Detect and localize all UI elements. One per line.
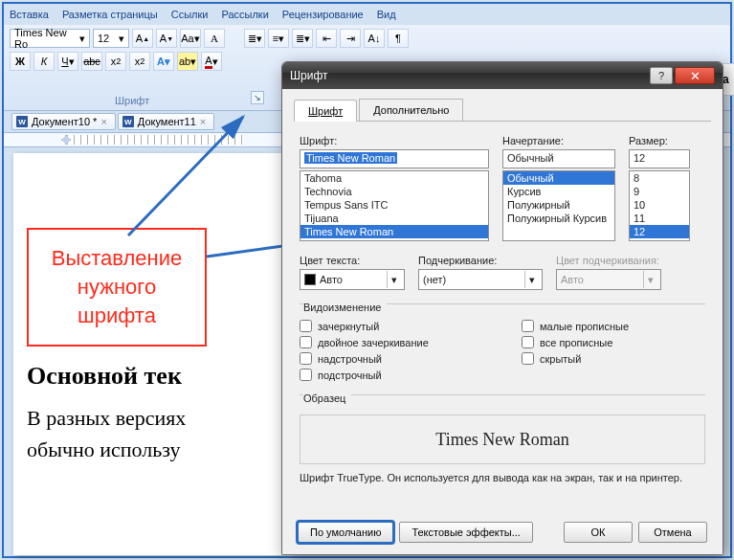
font-label: Шрифт: (300, 135, 489, 146)
font-list-item[interactable]: Technovia (300, 185, 488, 198)
dialog-help-button[interactable]: ? (650, 67, 673, 84)
document-tab-2[interactable]: W Документ11 × (118, 113, 214, 130)
subscript-button[interactable]: x2 (105, 52, 126, 71)
italic-label: К (41, 56, 47, 67)
ribbon-tab-mail[interactable]: Рассылки (221, 9, 268, 20)
size-list-item-selected[interactable]: 12 (630, 225, 689, 238)
style-list-item[interactable]: Полужирный (503, 198, 614, 212)
cancel-button[interactable]: Отмена (638, 522, 707, 543)
doc-paragraph: В разных версиях обычно использу (27, 402, 276, 465)
underline-color-combo: Авто ▾ (556, 269, 661, 290)
font-list-item-selected[interactable]: Times New Roman (300, 225, 488, 238)
pilcrow-button[interactable]: ¶ (388, 29, 409, 48)
strike-label: abc (83, 56, 100, 67)
set-default-button[interactable]: По умолчанию (298, 522, 393, 543)
help-icon: ? (658, 70, 664, 81)
highlighter-icon: ab (179, 56, 190, 67)
chk-super[interactable]: надстрочный (300, 352, 483, 365)
ribbon-tab-review[interactable]: Рецензирование (282, 9, 364, 20)
font-list-item[interactable]: Tahoma (300, 171, 488, 185)
sort-button[interactable]: A↓ (364, 29, 385, 48)
font-dialog: Шрифт ? ✕ Шрифт Дополнительно (281, 61, 723, 555)
size-list-item[interactable]: 11 (630, 212, 689, 225)
chk-hidden[interactable]: скрытый (522, 352, 705, 365)
font-name-input-value: Times New Roman (304, 152, 397, 164)
dialog-title: Шрифт (290, 69, 327, 82)
bullets-button[interactable]: ≣▾ (244, 29, 265, 48)
dialog-tab-font[interactable]: Шрифт (294, 100, 357, 122)
ribbon-tab-layout[interactable]: Разметка страницы (62, 9, 158, 20)
text-effect-button[interactable]: A▾ (153, 52, 174, 71)
ribbon-tab-insert[interactable]: Вставка (10, 9, 49, 20)
doc-heading: Основной тек (27, 362, 182, 391)
font-color-button[interactable]: A▾ (201, 52, 222, 71)
font-size-listbox[interactable]: 8 9 10 11 12 (629, 170, 690, 241)
clear-format-button[interactable]: A (204, 29, 225, 48)
chk-allcaps[interactable]: все прописные (522, 336, 705, 348)
font-name-listbox[interactable]: Tahoma Technovia Tempus Sans ITC Tijuana… (300, 170, 489, 241)
font-list-item[interactable]: Tijuana (300, 212, 488, 225)
chevron-down-icon: ▾ (119, 33, 124, 45)
indent-marker[interactable] (61, 135, 71, 145)
font-name-input[interactable]: Times New Roman (300, 149, 489, 168)
document-tab-1[interactable]: W Документ10 * × (11, 113, 116, 130)
style-list-item[interactable]: Полужирный Курсив (503, 212, 614, 225)
document-tab-1-label: Документ10 * (32, 116, 97, 127)
grow-font-button[interactable]: A▲ (132, 29, 153, 48)
multilevel-button[interactable]: ≣▾ (292, 29, 313, 48)
callout-text: Выставление нужного шрифта (52, 244, 182, 329)
numbering-button[interactable]: ≡▾ (268, 29, 289, 48)
chevron-down-icon: ▾ (79, 33, 85, 45)
underline-color-value: Авто (561, 274, 584, 285)
highlight-button[interactable]: ab▾ (177, 52, 198, 71)
font-name-value: Times New Ro (14, 27, 79, 50)
dialog-pane: Шрифт: Times New Roman Tahoma Technovia … (282, 122, 723, 497)
shrink-font-button[interactable]: A▼ (156, 29, 177, 48)
text-effects-button[interactable]: Текстовые эффекты... (399, 522, 533, 543)
close-icon[interactable]: × (100, 116, 106, 127)
underline-button[interactable]: Ч▾ (57, 52, 78, 71)
underline-label: Подчеркивание: (418, 255, 543, 266)
dialog-close-button[interactable]: ✕ (675, 67, 715, 84)
size-list-item[interactable]: 10 (630, 198, 689, 212)
font-size-combo[interactable]: 12 ▾ (93, 29, 129, 48)
size-list-item[interactable]: 9 (630, 185, 689, 198)
underline-style-value: (нет) (423, 274, 446, 285)
font-size-value: 12 (98, 33, 109, 44)
underline-style-combo[interactable]: (нет) ▾ (418, 269, 543, 290)
dialog-tab-advanced[interactable]: Дополнительно (359, 99, 463, 121)
ribbon-tab-view[interactable]: Вид (377, 9, 396, 20)
chk-dstrike[interactable]: двойное зачеркивание (300, 336, 483, 348)
font-size-input[interactable]: 12 (629, 149, 690, 168)
dialog-titlebar[interactable]: Шрифт ? ✕ (282, 62, 723, 89)
chevron-down-icon: ▾ (643, 271, 656, 288)
bold-button[interactable]: Ж (10, 52, 31, 71)
indent-dec-button[interactable]: ⇤ (316, 29, 337, 48)
text-color-label: Цвет текста: (300, 255, 405, 266)
superscript-button[interactable]: x2 (129, 52, 150, 71)
chk-sub[interactable]: подстрочный (300, 369, 483, 381)
text-color-combo[interactable]: Авто ▾ (300, 269, 405, 290)
italic-button[interactable]: К (33, 52, 55, 71)
font-name-combo[interactable]: Times New Ro ▾ (10, 29, 90, 48)
dialog-tab-font-label: Шрифт (308, 105, 343, 117)
ribbon-tab-refs[interactable]: Ссылки (171, 9, 209, 20)
dialog-tab-advanced-label: Дополнительно (373, 104, 449, 116)
font-style-input[interactable]: Обычный (502, 149, 615, 168)
style-list-item[interactable]: Курсив (503, 185, 614, 198)
chk-strike[interactable]: зачеркнутый (300, 320, 483, 332)
indent-inc-button[interactable]: ⇥ (340, 29, 361, 48)
close-icon[interactable]: × (200, 116, 206, 127)
strike-button[interactable]: abc (81, 52, 102, 71)
ok-button[interactable]: ОК (564, 522, 633, 543)
chk-smallcaps[interactable]: малые прописные (522, 320, 705, 332)
font-style-listbox[interactable]: Обычный Курсив Полужирный Полужирный Кур… (502, 170, 615, 241)
font-group-launcher[interactable]: ↘ (251, 91, 264, 104)
word-icon: W (16, 116, 28, 127)
change-case-button[interactable]: Aa▾ (180, 29, 201, 48)
text-color-value: Авто (320, 274, 343, 285)
dialog-buttons: По умолчанию Текстовые эффекты... ОК Отм… (298, 522, 707, 543)
font-list-item[interactable]: Tempus Sans ITC (300, 198, 488, 212)
style-list-item-selected[interactable]: Обычный (503, 171, 614, 185)
size-list-item[interactable]: 8 (630, 171, 689, 185)
